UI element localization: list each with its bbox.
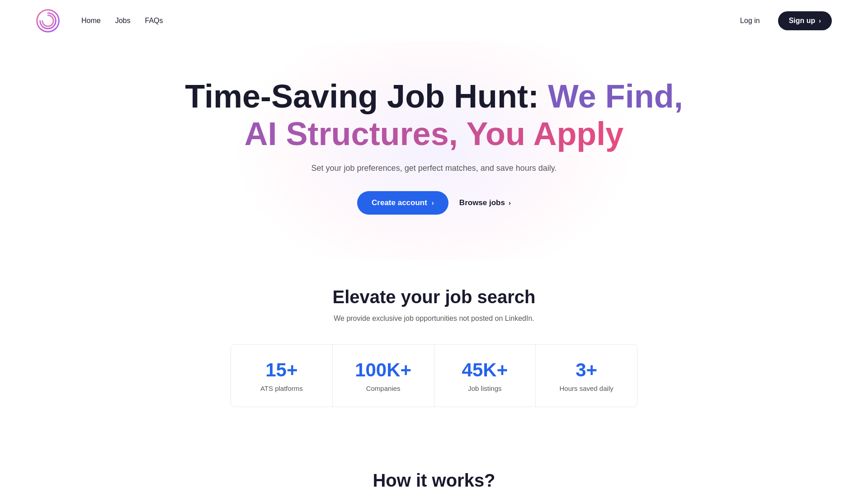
hero-subtitle: Set your job preferences, get perfect ma…: [36, 164, 832, 173]
login-button[interactable]: Log in: [733, 13, 767, 28]
nav-jobs[interactable]: Jobs: [115, 17, 131, 25]
stat-companies: 100K+ Companies: [333, 345, 434, 407]
stat-ats-number: 15+: [240, 359, 323, 381]
how-it-works-section: How it works? Seamless job discovery and…: [0, 443, 868, 488]
elevate-subtitle: We provide exclusive job opportunities n…: [36, 314, 832, 323]
chevron-right-icon: ›: [819, 17, 821, 24]
nav-left: Home Jobs FAQs: [36, 9, 163, 33]
nav-home[interactable]: Home: [81, 17, 101, 25]
stats-grid: 15+ ATS platforms 100K+ Companies 45K+ J…: [231, 344, 637, 407]
stat-hours-number: 3+: [545, 359, 628, 381]
elevate-section: Elevate your job search We provide exclu…: [0, 260, 868, 443]
hero-title-part1: Time-Saving Job Hunt:: [185, 78, 548, 114]
stat-ats-platforms: 15+ ATS platforms: [231, 345, 333, 407]
hero-title: Time-Saving Job Hunt: We Find, AI Struct…: [36, 78, 832, 153]
create-account-label: Create account: [372, 198, 427, 207]
navbar: Home Jobs FAQs Log in Sign up ›: [0, 0, 868, 42]
create-account-button[interactable]: Create account ›: [357, 191, 448, 215]
signup-label: Sign up: [789, 17, 816, 25]
chevron-right-icon: ›: [432, 199, 434, 206]
chevron-right-icon: ›: [509, 199, 511, 206]
stat-hours-saved: 3+ Hours saved daily: [536, 345, 637, 407]
logo[interactable]: [36, 9, 60, 33]
browse-jobs-button[interactable]: Browse jobs ›: [459, 198, 511, 207]
nav-faqs[interactable]: FAQs: [145, 17, 163, 25]
hero-buttons: Create account › Browse jobs ›: [36, 191, 832, 215]
stat-job-listings: 45K+ Job listings: [434, 345, 536, 407]
hero-title-part3: AI Structures, You Apply: [245, 116, 624, 152]
stat-companies-label: Companies: [342, 385, 425, 392]
elevate-title: Elevate your job search: [36, 287, 832, 307]
signup-button[interactable]: Sign up ›: [778, 11, 832, 30]
stat-hours-label: Hours saved daily: [545, 385, 628, 392]
hero-title-part2: We Find,: [548, 78, 683, 114]
stat-companies-number: 100K+: [342, 359, 425, 381]
hero-section: Time-Saving Job Hunt: We Find, AI Struct…: [0, 42, 868, 260]
logo-icon: [36, 9, 60, 33]
browse-jobs-label: Browse jobs: [459, 198, 505, 207]
hero-content: Time-Saving Job Hunt: We Find, AI Struct…: [36, 78, 832, 215]
stat-listings-number: 45K+: [443, 359, 527, 381]
nav-right: Log in Sign up ›: [733, 11, 832, 30]
stat-ats-label: ATS platforms: [240, 385, 323, 392]
nav-links: Home Jobs FAQs: [81, 17, 163, 25]
how-it-works-title: How it works?: [36, 470, 832, 488]
stat-listings-label: Job listings: [443, 385, 527, 392]
